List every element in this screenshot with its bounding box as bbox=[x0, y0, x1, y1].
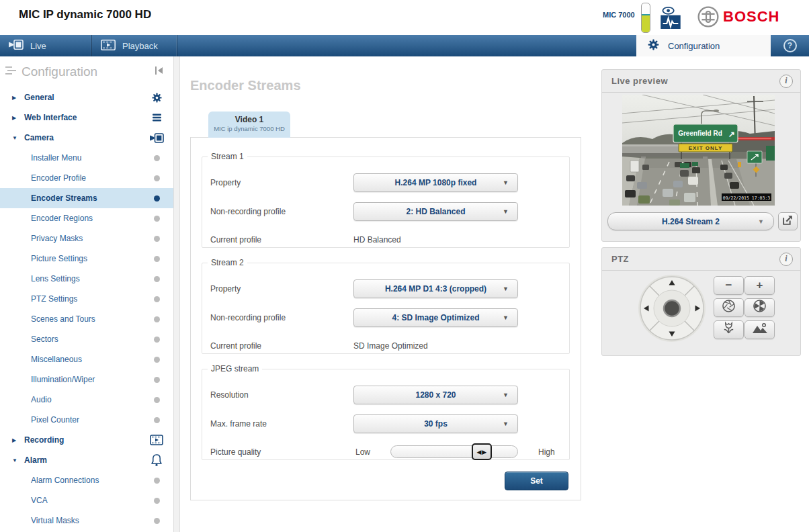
battery-fill bbox=[642, 14, 650, 32]
picture-quality-slider[interactable]: ◀▶ bbox=[390, 445, 518, 458]
status-dot bbox=[154, 155, 160, 161]
sidebar-item-alarm[interactable]: ▼ Alarm bbox=[0, 450, 173, 470]
quality-label: Picture quality bbox=[210, 447, 261, 457]
iris-open-button[interactable] bbox=[744, 298, 775, 317]
sidebar-item-scenes-and-tours[interactable]: Scenes and Tours bbox=[0, 309, 173, 329]
sidebar-item-camera[interactable]: ▼ Camera bbox=[0, 128, 173, 148]
status-dot bbox=[154, 337, 160, 343]
zoom-out-button[interactable]: − bbox=[714, 276, 744, 295]
focus-near-button[interactable] bbox=[714, 320, 744, 339]
exit-sign-text: EXIT ONLY bbox=[689, 145, 723, 151]
status-dot bbox=[154, 276, 160, 282]
tab-video-1[interactable]: Video 1 MIC ip dynamic 7000 HD bbox=[208, 112, 290, 138]
status-dot bbox=[154, 357, 160, 363]
tab-live[interactable]: Live bbox=[0, 35, 92, 56]
sidebar-item-vca[interactable]: VCA bbox=[0, 490, 173, 511]
sidebar-item-alarm-connections[interactable]: Alarm Connections bbox=[0, 470, 173, 490]
tab-playback[interactable]: Playback bbox=[92, 35, 177, 56]
sidebar-item-privacy-masks[interactable]: Privacy Masks bbox=[0, 228, 173, 249]
iris-close-icon bbox=[722, 299, 736, 316]
focus-far-landscape-icon-button[interactable] bbox=[744, 320, 775, 339]
app-header: MIC IP dynamic 7000 HD MIC 7000 BOSCH bbox=[0, 0, 809, 35]
live-preview-panel: Live preview i bbox=[601, 69, 801, 242]
sidebar-scrollbar[interactable] bbox=[173, 56, 180, 532]
stream1-profile-dropdown[interactable]: 2: HD Balanced ▼ bbox=[353, 202, 518, 221]
sidebar-item-encoder-streams[interactable]: Encoder Streams bbox=[0, 188, 173, 208]
zoom-in-button[interactable]: + bbox=[744, 276, 775, 295]
stream-2-group: Stream 2 Property H.264 MP D1 4:3 (cropp… bbox=[202, 258, 570, 354]
configuration-sidebar: Configuration ▶ General ▶ Web Interface … bbox=[0, 56, 173, 532]
info-icon[interactable]: i bbox=[779, 75, 793, 88]
bosch-camera-config-screen: MIC IP dynamic 7000 HD MIC 7000 BOSCH bbox=[0, 0, 809, 532]
stream1-property-dropdown[interactable]: H.264 MP 1080p fixed ▼ bbox=[353, 173, 518, 192]
live-preview-image: Greenfield Rd ↗ EXIT ONLY 09/22/2015 17:… bbox=[622, 95, 775, 206]
sidebar-item-lens-settings[interactable]: Lens Settings bbox=[0, 269, 173, 289]
sidebar-item-picture-settings[interactable]: Picture Settings bbox=[0, 249, 173, 269]
sidebar-item-sectors[interactable]: Sectors bbox=[0, 329, 173, 349]
stream-1-legend: Stream 1 bbox=[208, 152, 247, 161]
sidebar-item-virtual-masks[interactable]: Virtual Masks bbox=[0, 511, 173, 531]
tab-playback-label: Playback bbox=[122, 41, 158, 51]
stream-1-group: Stream 1 Property H.264 MP 1080p fixed ▼… bbox=[202, 152, 570, 248]
current-profile-label: Current profile bbox=[210, 235, 261, 245]
gear-icon bbox=[647, 38, 660, 53]
status-dot bbox=[154, 175, 160, 181]
sidebar-item-miscellaneous[interactable]: Miscellaneous bbox=[0, 349, 173, 369]
status-dot bbox=[154, 518, 160, 524]
chevron-down-icon: ▼ bbox=[503, 208, 509, 215]
current-profile-value: HD Balanced bbox=[353, 235, 401, 245]
sidebar-title: Configuration bbox=[22, 64, 97, 79]
sidebar-item-encoder-regions[interactable]: Encoder Regions bbox=[0, 208, 173, 228]
help-button[interactable]: ? bbox=[771, 35, 809, 56]
current-profile-label: Current profile bbox=[210, 341, 261, 351]
playback-icon bbox=[101, 40, 116, 52]
ptz-panel: PTZ i − + bbox=[601, 247, 801, 356]
status-dot bbox=[154, 236, 160, 242]
open-in-window-button[interactable] bbox=[778, 212, 798, 230]
sidebar-item-encoder-profile[interactable]: Encoder Profile bbox=[0, 168, 173, 188]
jpeg-resolution-dropdown[interactable]: 1280 x 720 ▼ bbox=[353, 386, 518, 404]
set-button[interactable]: Set bbox=[505, 472, 568, 490]
tab-live-label: Live bbox=[30, 41, 46, 51]
sidebar-item-web-interface[interactable]: ▶ Web Interface bbox=[0, 107, 173, 128]
page-title: Encoder Streams bbox=[190, 78, 301, 93]
info-icon[interactable]: i bbox=[779, 253, 793, 266]
stream2-property-dropdown[interactable]: H.264 MP D1 4:3 (cropped) ▼ bbox=[353, 279, 518, 298]
recording-icon bbox=[148, 435, 165, 445]
ptz-joystick[interactable] bbox=[637, 273, 707, 346]
bell-icon bbox=[148, 453, 165, 467]
chevron-down-icon: ▼ bbox=[503, 285, 509, 292]
sidebar-collapse-icon[interactable] bbox=[155, 66, 164, 78]
preview-stream-selector[interactable]: H.264 Stream 2 ▼ bbox=[607, 212, 774, 230]
sidebar-header: Configuration bbox=[0, 62, 173, 82]
chevron-down-icon: ▼ bbox=[758, 218, 764, 225]
sidebar-item-general[interactable]: ▶ General bbox=[0, 87, 173, 107]
sidebar-item-audio[interactable]: Audio bbox=[0, 390, 173, 410]
sidebar-item-installer-menu[interactable]: Installer Menu bbox=[0, 148, 173, 168]
expand-arrow-icon: ▶ bbox=[12, 437, 19, 443]
chevron-down-icon: ▼ bbox=[503, 392, 509, 398]
profile-label: Non-recording profile bbox=[210, 313, 286, 322]
framerate-label: Max. frame rate bbox=[210, 419, 267, 429]
sidebar-item-ptz-settings[interactable]: PTZ Settings bbox=[0, 289, 173, 309]
expand-arrow-icon: ▼ bbox=[12, 135, 19, 141]
sidebar-item-pixel-counter[interactable]: Pixel Counter bbox=[0, 410, 173, 430]
road-sign-text: Greenfield Rd bbox=[678, 130, 722, 137]
jpeg-framerate-dropdown[interactable]: 30 fps ▼ bbox=[353, 414, 518, 433]
chevron-down-icon: ▼ bbox=[503, 420, 509, 427]
slider-handle[interactable]: ◀▶ bbox=[472, 443, 492, 460]
iris-close-button[interactable] bbox=[714, 298, 744, 317]
status-dot bbox=[154, 417, 160, 423]
device-title: MIC IP dynamic 7000 HD bbox=[19, 8, 151, 21]
focus-near-tulip-icon bbox=[722, 321, 736, 339]
tab-configuration[interactable]: Configuration bbox=[636, 35, 771, 56]
quality-low-label: Low bbox=[355, 447, 370, 457]
focus-far-icon bbox=[752, 322, 768, 338]
sidebar-item-illumination-wiper[interactable]: Illumination/Wiper bbox=[0, 369, 173, 390]
tab-configuration-label: Configuration bbox=[668, 41, 720, 51]
sidebar-item-recording[interactable]: ▶ Recording bbox=[0, 430, 173, 450]
jpeg-stream-group: JPEG stream Resolution 1280 x 720 ▼ Max.… bbox=[202, 364, 570, 460]
status-dot bbox=[154, 498, 160, 504]
live-preview-header: Live preview i bbox=[602, 70, 800, 93]
stream2-profile-dropdown[interactable]: 4: SD Image Optimized ▼ bbox=[353, 308, 518, 327]
